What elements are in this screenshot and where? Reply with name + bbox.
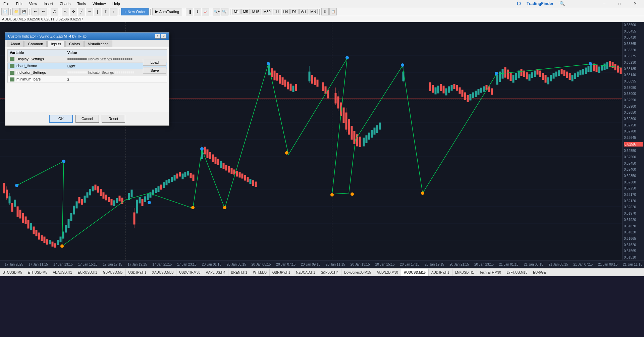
menu-view[interactable]: View [27,1,39,6]
toolbar-print-button[interactable]: 🖨 [51,8,58,15]
price-level-23: 0.62400 [624,168,643,171]
bottom-tab-dowjones[interactable]: DowJones30,M15 [341,269,374,276]
tf-w1[interactable]: W1 [299,9,308,14]
toolbar-new-button[interactable]: 📄 [1,8,9,15]
toolbar-undo-button[interactable]: ↩ [32,8,39,15]
toolbar-crosshair-button[interactable]: ✛ [70,8,77,15]
minimize-button[interactable]: ─ [596,0,612,7]
toolbar-zoom-in-button[interactable]: 🔍+ [213,8,220,15]
dialog-tab-common[interactable]: Common [24,41,47,47]
menu-insert[interactable]: Insert [42,1,55,6]
time-axis: 17 Jan 2025 17 Jan 11:15 17 Jan 13:15 17… [0,260,644,268]
toolbar-cursor-button[interactable]: ↖ [62,8,69,15]
table-row[interactable]: minimum_bars 2 [8,76,167,83]
toolbar-tpl-button[interactable]: 📋 [329,8,337,15]
toolbar-open-button[interactable]: 📁 [12,8,20,15]
price-level-7: 0.63230 [624,61,643,64]
zigzag-dot-9 [285,151,288,155]
bottom-tab-brent[interactable]: BRENT,H1 [228,269,250,276]
zigzag-dot-1 [15,184,18,187]
bottom-tab-xauusd[interactable]: XAUUSD,M30 [149,269,176,276]
tf-h1[interactable]: H1 [273,9,281,14]
toolbar-candle-chart-button[interactable]: 🕯 [194,8,201,15]
chart-canvas[interactable]: 0.63500 0.63455 0.63410 0.63365 0.63320 … [0,22,644,260]
tf-h4[interactable]: H4 [282,9,290,14]
close-button[interactable]: ✕ [627,0,643,7]
bottom-tab-wti[interactable]: WTI,M30 [250,269,270,276]
bottom-tab-techetf[interactable]: Tech.ETF,M30 [477,269,504,276]
svg-rect-76 [155,188,157,193]
bottom-tab-sp500[interactable]: S&P500,H4 [318,269,341,276]
svg-rect-143 [354,131,355,144]
toolbar-indicators-button[interactable]: ⚙ [321,8,329,15]
menu-window[interactable]: Window [91,1,108,6]
bottom-tab-gbpjpy[interactable]: GBPJPY,H1 [270,269,293,276]
maximize-button[interactable]: □ [612,0,627,7]
cancel-button[interactable]: Cancel [75,115,99,123]
dialog-help-button[interactable]: ? [155,34,160,39]
reset-button[interactable]: Reset [102,115,125,123]
toolbar-bar-chart-button[interactable]: ▐ [186,8,193,15]
tf-m30[interactable]: M30 [262,9,272,14]
svg-rect-127 [311,75,313,83]
svg-rect-123 [292,86,294,92]
bottom-tab-gbpusd[interactable]: GBPUSD,M5 [100,269,126,276]
indicator-dialog[interactable]: Custom Indicator - Swing Zig Zag MT4 by … [5,32,169,126]
toolbar-hline-button[interactable]: ─ [86,8,93,15]
toolbar-save-button[interactable]: 💾 [20,8,28,15]
svg-rect-89 [190,173,192,178]
tf-mn[interactable]: MN [309,9,318,14]
load-button[interactable]: Load [143,59,166,66]
bottom-tab-adausd[interactable]: ADAUSD,H1 [50,269,75,276]
bottom-tab-audnzd[interactable]: AUDNZD,M30 [374,269,401,276]
bottom-tab-nzdcad[interactable]: NZDCAD,H1 [293,269,318,276]
bottom-tab-audusd[interactable]: AUDUSD,M15 [401,269,429,276]
svg-rect-95 [209,152,211,159]
ok-button[interactable]: OK [49,115,73,123]
bottom-tab-eurusd[interactable]: EURUSD,H1 [75,269,100,276]
toolbar-vline-button[interactable]: │ [94,8,101,15]
toolbar-line-button[interactable]: ╱ [78,8,85,15]
dialog-tab-visualization[interactable]: Visualization [84,41,112,47]
search-icon[interactable]: 🔍 [557,0,567,7]
toolbar-redo-button[interactable]: ↪ [40,8,47,15]
save-button[interactable]: Save [143,67,166,74]
toolbar-zoom-out-button[interactable]: 🔍- [221,8,228,15]
svg-rect-150 [374,128,375,134]
tf-m5[interactable]: M5 [241,9,250,14]
menu-charts[interactable]: Charts [58,1,72,6]
bottom-tab-lnkusd[interactable]: LNKUSD,H1 [452,269,477,276]
dialog-tab-about[interactable]: About [7,41,24,47]
toolbar-line-chart-button[interactable]: 📈 [202,8,209,15]
svg-rect-168 [464,93,466,100]
menu-tools[interactable]: Tools [75,1,88,6]
svg-rect-165 [456,85,458,91]
bottom-tab-usdjpy[interactable]: USDJPY,H1 [126,269,150,276]
param-min-bars-value[interactable]: 2 [65,76,167,83]
tf-m15[interactable]: M15 [251,9,261,14]
dialog-tab-colors[interactable]: Colors [65,41,84,47]
toolbar-text-button[interactable]: T [102,8,109,15]
bottom-tab-lyft[interactable]: LYFT.US,M15 [504,269,531,276]
menu-help[interactable]: Help [110,1,122,6]
price-level-24: 0.62350 [624,174,643,178]
tf-m1[interactable]: M1 [232,9,240,14]
bottom-tab-eurge[interactable]: EUR/GE [530,269,549,276]
bottom-tab-btcusd[interactable]: BTCUSD,M5 [0,269,25,276]
bottom-tab-audjpy[interactable]: AUDJPY,H1 [429,269,452,276]
dialog-close-button[interactable]: ✕ [161,34,166,39]
svg-rect-121 [287,82,289,89]
menu-file[interactable]: File [1,1,11,6]
bottom-tab-usdchf[interactable]: USDCHF,M30 [176,269,203,276]
menu-edit[interactable]: Edit [14,1,24,6]
svg-rect-98 [217,159,219,165]
tf-d1[interactable]: D1 [290,9,299,14]
bottom-tab-ethusd[interactable]: ETHUSD,M5 [25,269,50,276]
autotrading-button[interactable]: ▶ AutoTrading [152,8,182,15]
svg-rect-156 [432,85,434,93]
toolbar-arrow-button[interactable]: ↑ [110,8,117,15]
svg-rect-164 [453,84,455,89]
new-order-button[interactable]: + New Order [121,8,149,15]
dialog-tab-inputs[interactable]: Inputs [47,41,65,47]
bottom-tab-aapl[interactable]: AAPL.US,H4 [203,269,228,276]
